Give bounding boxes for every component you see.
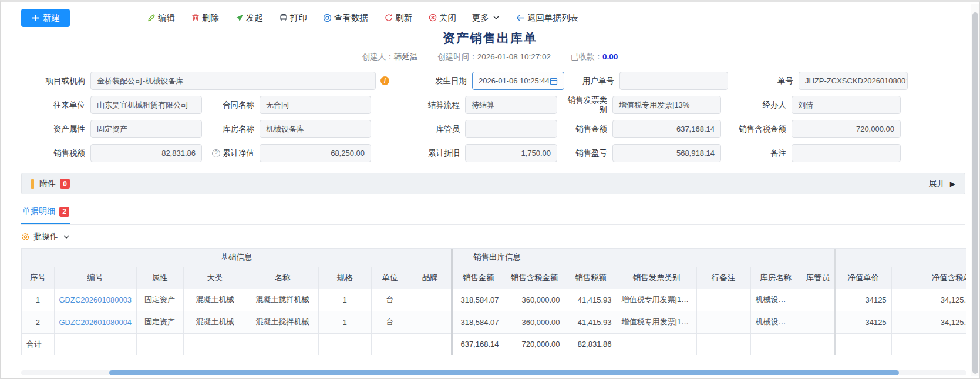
expand-button[interactable]: 展开 ▶ <box>929 179 955 189</box>
cell-sales-amount: 318,584.07 <box>452 289 504 311</box>
accumulated-depreciation-field[interactable]: 1,750.00 <box>465 144 557 162</box>
doc-meta: 创建人：韩延温 创建时间：2026-01-08 10:27:02 已收款：0.0… <box>1 52 979 62</box>
question-circle-icon[interactable]: ? <box>212 149 220 157</box>
counterparty-field[interactable]: 山东昊宜机械租赁有限公司 <box>90 96 202 114</box>
triangle-right-icon: ▶ <box>950 180 955 188</box>
initiate-button[interactable]: 发起 <box>235 12 263 24</box>
handler-field[interactable]: 刘倩 <box>792 96 901 114</box>
project-field[interactable]: 金桥装配公司-机械设备库 <box>90 72 376 90</box>
sales-amount-with-tax-field[interactable]: 720,000.00 <box>792 120 901 138</box>
sales-profit-loss-label: 销售盈亏 <box>563 149 612 158</box>
received-amount: 0.00 <box>602 52 618 61</box>
print-label: 打印 <box>290 12 307 24</box>
received-label: 已收款： <box>571 52 602 61</box>
user-doc-no-label: 用户单号 <box>570 76 619 86</box>
sales-invoice-type-label: 销售发票类别 <box>563 96 612 114</box>
user-doc-no-field[interactable] <box>619 72 728 90</box>
sales-amount-field[interactable]: 637,168.14 <box>612 120 721 138</box>
calendar-icon[interactable] <box>550 76 558 85</box>
cell-brand <box>409 289 452 311</box>
print-button[interactable]: 打印 <box>279 12 307 24</box>
totals-row: 合计 637,168.14 720,000.00 82,831.86 <box>22 333 966 355</box>
orange-marker <box>31 179 34 189</box>
arrow-left-icon <box>516 14 525 22</box>
cell-row-remark <box>696 289 750 311</box>
delete-button[interactable]: 删除 <box>191 12 219 24</box>
tab-bar: 单据明细 2 <box>21 203 965 225</box>
totals-cell <box>247 333 318 355</box>
cell-code: GDZC202601080003 <box>54 289 136 311</box>
cell-seq: 1 <box>22 289 54 311</box>
asset-code-link[interactable]: GDZC202601080004 <box>59 318 132 327</box>
cell-invoice-type: 增值税专用发票|1… <box>617 289 696 311</box>
cell-spec: 1 <box>318 311 371 333</box>
col-category: 大类 <box>183 267 247 289</box>
col-net-unit-price: 净值单价 <box>835 267 891 289</box>
remark-label: 备注 <box>737 149 792 158</box>
creator-label: 创建人： <box>362 52 394 61</box>
table-row: 1 GDZC202601080003 固定资产 混凝土机械 混凝土搅拌机械 1 … <box>22 289 966 311</box>
sales-profit-loss-field[interactable]: 568,918.14 <box>612 144 721 162</box>
printer-icon <box>279 14 288 22</box>
expand-label: 展开 <box>929 179 945 189</box>
col-warehouse-keeper: 库管员 <box>801 267 835 289</box>
received-meta: 已收款：0.00 <box>571 52 618 62</box>
chevron-down-icon <box>491 14 500 22</box>
tab-detail[interactable]: 单据明细 2 <box>21 203 70 224</box>
edit-button[interactable]: 编辑 <box>147 12 175 24</box>
accumulated-net-value-field[interactable]: 68,250.00 <box>260 144 371 162</box>
remark-field[interactable] <box>792 144 901 162</box>
col-unit: 单位 <box>371 267 409 289</box>
warehouse-name-field[interactable]: 机械设备库 <box>260 120 371 138</box>
vertical-scrollbar-track[interactable] <box>971 4 979 376</box>
col-net-unit-price-tax: 净值含税单价 <box>891 267 966 289</box>
column-header-row: 序号 编号 属性 大类 名称 规格 单位 品牌 销售金额 销售含税金额 销售税额… <box>22 267 966 289</box>
vertical-scrollbar-thumb[interactable] <box>972 12 978 374</box>
horizontal-scrollbar-track[interactable] <box>21 370 966 375</box>
cell-net-unit-price-tax: 34,125.00 <box>891 289 966 311</box>
created-time-meta: 创建时间：2026-01-08 10:27:02 <box>437 52 551 62</box>
contract-name-field[interactable]: 无合同 <box>260 96 371 114</box>
batch-operation-button[interactable]: 批操作 <box>21 232 70 242</box>
refresh-label: 刷新 <box>395 12 412 24</box>
warehouse-name-label: 库房名称 <box>202 125 260 134</box>
back-to-list-button[interactable]: 返回单据列表 <box>516 12 578 24</box>
totals-label: 合计 <box>22 333 54 355</box>
cell-sales-tax: 41,415.93 <box>565 289 617 311</box>
warehouse-keeper-field[interactable] <box>465 120 557 138</box>
asset-code-link[interactable]: GDZC202601080003 <box>59 296 132 304</box>
view-data-button[interactable]: 查看数据 <box>323 12 368 24</box>
occur-date-field[interactable]: 2026-01-06 10:25:44 <box>472 72 564 90</box>
cell-net-unit-price: 34125 <box>835 289 891 311</box>
info-icon[interactable]: i <box>380 76 389 85</box>
totals-sales-amount: 637,168.14 <box>452 333 504 355</box>
handler-label: 经办人 <box>737 100 792 110</box>
group-sales-outbound: 销售出库信息 <box>452 249 835 267</box>
cell-sales-tax: 41,415.93 <box>565 311 617 333</box>
form-row-4: 销售税额 82,831.86 ? 累计净值 68,250.00 累计折旧 1,7… <box>21 144 979 162</box>
sales-tax-field[interactable]: 82,831.86 <box>90 144 202 162</box>
accumulated-net-value-label: ? 累计净值 <box>202 149 260 158</box>
sales-invoice-type-field[interactable]: 增值税专用发票|13% <box>612 96 721 114</box>
cell-net-unit-price: 34125 <box>835 311 891 333</box>
close-button[interactable]: 关闭 <box>428 12 456 24</box>
settlement-flow-field[interactable]: 待结算 <box>465 96 557 114</box>
cell-spec: 1 <box>318 289 371 311</box>
horizontal-scrollbar-thumb[interactable] <box>109 370 899 375</box>
col-code: 编号 <box>54 267 136 289</box>
more-button[interactable]: 更多 <box>472 12 500 24</box>
cell-warehouse-keeper <box>801 311 835 333</box>
totals-cell <box>371 333 409 355</box>
attachments-label: 附件 <box>39 179 56 189</box>
attachments-bar[interactable]: 附件 0 展开 ▶ <box>21 173 965 194</box>
creator-value: 韩延温 <box>394 52 418 61</box>
col-attribute: 属性 <box>136 267 183 289</box>
cell-warehouse: 机械设… <box>750 289 801 311</box>
refresh-button[interactable]: 刷新 <box>384 12 412 24</box>
cell-unit: 台 <box>371 311 409 333</box>
doc-no-field[interactable]: JHZP-ZCXSCKD20260108001 <box>799 72 908 90</box>
warehouse-keeper-label: 库管员 <box>393 125 465 134</box>
asset-attribute-field[interactable]: 固定资产 <box>90 120 202 138</box>
new-button[interactable]: 新建 <box>21 9 70 27</box>
refresh-icon <box>384 14 393 22</box>
